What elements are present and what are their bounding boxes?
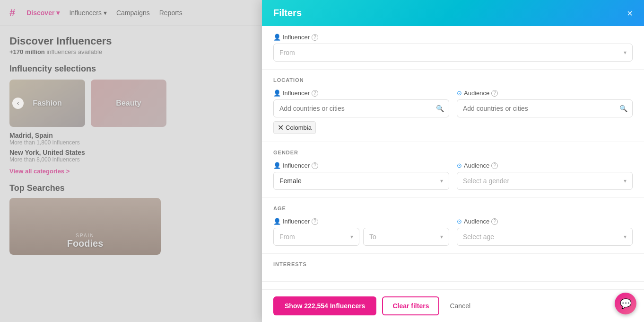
location-tags: ✕ Colombia	[273, 121, 449, 134]
influencer-location-search[interactable]: 🔍	[273, 99, 449, 117]
age-influencer-info[interactable]: ?	[312, 218, 318, 225]
audience-gender-select[interactable]: Select a gender ▾	[457, 172, 633, 190]
age-to-arrow: ▾	[440, 233, 443, 240]
influencer-location-input[interactable]	[279, 105, 432, 112]
influencer-icon: 👤	[273, 34, 281, 41]
cancel-button[interactable]: Cancel	[445, 297, 475, 314]
gender-select-arrow: ▾	[440, 178, 443, 184]
audience-location-input[interactable]	[463, 105, 615, 112]
audience-age-select[interactable]: Select age ▾	[457, 228, 633, 246]
influencer-from-section: 👤 Influencer ? From ▾	[262, 26, 644, 70]
age-influencer-range: From ▾ To ▾	[273, 228, 449, 246]
filter-title: Filters	[273, 8, 302, 18]
age-influencer-icon: 👤	[273, 218, 281, 225]
age-influencer-col: 👤 Influencer ? From ▾ To ▾	[273, 218, 449, 246]
influencer-from-select[interactable]: From ▾	[273, 44, 633, 62]
loc-influencer-icon: 👤	[273, 89, 281, 97]
age-to-select[interactable]: To ▾	[363, 228, 449, 246]
filter-close-button[interactable]: ×	[627, 9, 633, 18]
clear-filters-button[interactable]: Clear filters	[382, 296, 439, 315]
age-audience-info[interactable]: ?	[491, 218, 498, 225]
age-from-arrow: ▾	[350, 233, 353, 240]
interests-section: INTERESTS	[262, 254, 644, 282]
gender-audience-icon: ⊙	[457, 162, 462, 169]
filter-header: Filters ×	[262, 0, 644, 26]
filter-body: 👤 Influencer ? From ▾ LOCATION 👤 Influen…	[262, 26, 644, 289]
gender-audience-info[interactable]: ?	[491, 162, 498, 169]
location-section-title: LOCATION	[273, 77, 633, 83]
chat-icon: 💬	[620, 298, 632, 309]
show-influencers-button[interactable]: Show 222,554 Influencers	[273, 296, 376, 315]
loc-audience-info[interactable]: ?	[491, 90, 498, 97]
search-icon: 🔍	[436, 105, 444, 112]
tag-remove-button[interactable]: ✕	[278, 123, 284, 132]
gender-influencer-col: 👤 Influencer ? Female ▾	[273, 162, 449, 190]
loc-audience-icon: ⊙	[457, 89, 462, 97]
influencer-gender-select[interactable]: Female ▾	[273, 172, 449, 190]
chat-bubble-button[interactable]: 💬	[615, 293, 636, 314]
audience-age-arrow: ▾	[624, 233, 627, 240]
audience-location-search[interactable]: 🔍	[457, 99, 633, 117]
gender-audience-col: ⊙ Audience ? Select a gender ▾	[457, 162, 633, 190]
loc-influencer-info[interactable]: ?	[312, 90, 318, 97]
age-section-title: AGE	[273, 206, 633, 211]
prev-arrow[interactable]: ‹	[12, 98, 24, 109]
gender-influencer-info[interactable]: ?	[312, 162, 318, 169]
audience-search-icon: 🔍	[619, 105, 627, 112]
location-audience-col: ⊙ Audience ? 🔍	[457, 89, 633, 134]
filter-panel: Filters × 👤 Influencer ? From ▾ LOCATION…	[262, 0, 644, 322]
filter-footer: Show 222,554 Influencers Clear filters C…	[262, 289, 644, 322]
age-section: AGE 👤 Influencer ? From ▾ To	[262, 198, 644, 254]
location-section: LOCATION 👤 Influencer ? 🔍 ✕	[262, 70, 644, 142]
age-audience-icon: ⊙	[457, 218, 462, 225]
interests-section-title: INTERESTS	[273, 261, 633, 267]
influencer-from-label: 👤 Influencer ?	[273, 34, 633, 41]
location-tag-colombia: ✕ Colombia	[273, 121, 316, 134]
location-influencer-col: 👤 Influencer ? 🔍 ✕ Colombia	[273, 89, 449, 134]
audience-gender-arrow: ▾	[624, 178, 627, 184]
gender-section: GENDER 👤 Influencer ? Female ▾ ⊙	[262, 142, 644, 198]
gender-section-title: GENDER	[273, 150, 633, 155]
age-from-select[interactable]: From ▾	[273, 228, 359, 246]
gender-influencer-icon: 👤	[273, 162, 281, 169]
select-arrow-icon: ▾	[624, 49, 627, 56]
influencer-info-icon[interactable]: ?	[312, 34, 318, 41]
age-audience-col: ⊙ Audience ? Select age ▾	[457, 218, 633, 246]
